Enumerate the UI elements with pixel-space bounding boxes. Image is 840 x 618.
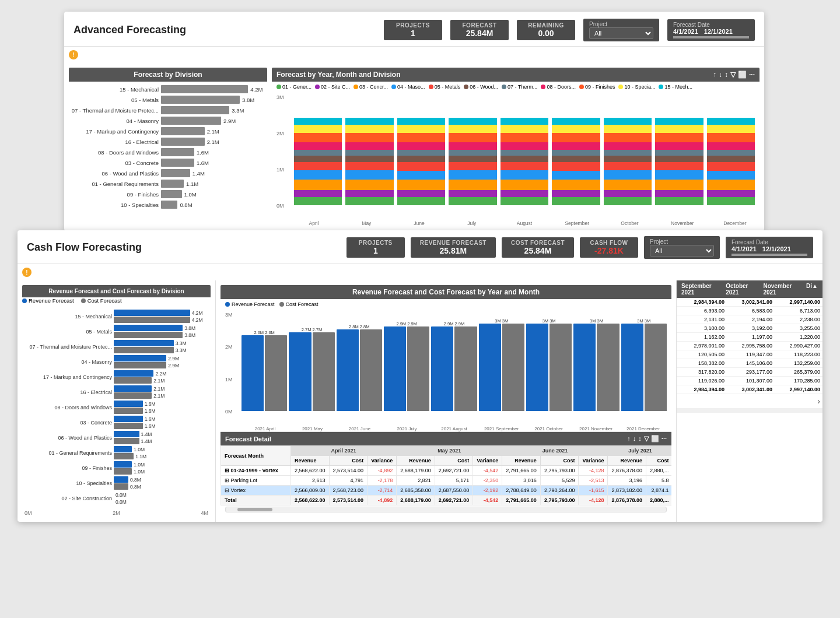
cost-val: 0.0M [116,499,127,505]
export-icon[interactable]: ⬜ [738,71,747,79]
x-label: November [658,220,707,226]
bar-segment [397,133,445,142]
cost-bar-line: 0.8M [114,483,208,490]
bar-segment [707,171,755,180]
projects-value: 1 [411,29,415,38]
detail-sort-asc[interactable]: ↑ [627,435,631,443]
apr-rev-col: Revenue [291,456,330,466]
legend-label: 15 - Mech... [664,84,692,90]
project-select[interactable]: All [589,27,653,39]
apr-header: April 2021 [291,446,397,456]
cf-revenue-metric: Revenue Forecast 25.81M [411,237,496,258]
bar-group [501,118,548,205]
sort-asc-icon[interactable]: ↑ [713,71,716,79]
monthly-bar-top-label: 2.8M 2.8M [349,324,369,329]
bar-segment [397,150,445,156]
right-panel-cell: 1,197.00 [727,334,772,340]
rev-bar-line: 3.3M [114,340,208,346]
sort-desc-icon[interactable]: ↓ [719,71,722,79]
bar-segment [449,118,496,125]
more-icon[interactable]: ··· [749,71,755,79]
sort-az-icon[interactable]: ↕ [724,71,728,79]
cost-bar-line: 3.8M [114,332,208,338]
bar-segment [501,197,548,205]
date-slider[interactable] [673,36,749,38]
bar-segment [707,156,755,162]
bar-segment [604,156,652,162]
cf-project-select[interactable]: All [650,245,714,257]
rev-bars-wrap: 0.8M 0.8M [114,476,208,490]
monthly-legend-cost-label: Cost Forecast [286,301,318,307]
remaining-value: 0.00 [538,29,554,38]
right-panel-cell: 170,285.00 [775,378,820,384]
bar-segment [707,190,755,197]
detail-more[interactable]: ··· [662,435,667,443]
bar-segment [501,133,548,142]
division-bar-row: 16 - Electrical 2.1M [71,138,265,146]
detail-sort-desc[interactable]: ↓ [633,435,636,443]
chart-icons[interactable]: ↑ ↓ ↕ ▽ ⬜ ··· [713,71,755,79]
division-bar [161,85,248,93]
bar-segment [294,142,342,150]
project-filter[interactable]: Project All [583,19,659,41]
monthly-bar-pair [242,335,287,411]
division-bar [161,190,182,198]
rev-bar-line: 1.6M [114,416,208,422]
division-bar [161,127,205,135]
monthly-bar-group: 2.7M 2.7M [289,327,334,411]
table-row: ⊟ Vortex 2,566,009.00 2,568,723.00 -2,71… [221,486,672,496]
rev-name: 15 - Mechanical [24,314,112,319]
rev-val: 2.9M [168,356,179,361]
division-val: 2.9M [223,118,236,124]
monthly-bar-top-label: 2.9M 2.9M [396,321,416,326]
cost-val: 1.6M [145,408,156,414]
right-nav[interactable]: › [677,394,822,408]
detail-export[interactable]: ⬜ [651,435,659,443]
rev-bar-blue [114,446,132,452]
legend-label: 02 - Site C... [321,84,350,90]
division-bar-row: 09 - Finishes 1.0M [71,190,265,198]
rev-bar-blue [114,431,139,437]
stacked-bar [449,118,496,205]
row-name: ⊟ Vortex [221,486,291,496]
detail-filter[interactable]: ▽ [644,435,649,443]
stacked-bar [604,118,652,205]
right-panel-header: September 2021 October 2021 November 202… [677,280,822,298]
cost-bar-line: 1.1M [114,453,208,459]
detail-sort-az[interactable]: ↕ [638,435,642,443]
cf-date-end: 12/1/2021 [762,245,791,252]
detail-table-wrap: Forecast Month April 2021 May 2021 June … [220,445,671,505]
division-bar-row: 04 - Masonry 2.9M [71,117,265,125]
jul-rev: 2,876,378.00 [608,466,646,476]
division-bar-wrap: 1.4M [161,169,265,177]
cf-project-filter[interactable]: Project All [644,236,720,259]
bar-segment [397,118,445,125]
cf-date-range: Forecast Date 4/1/2021 12/1/2021 [726,237,813,258]
cost-bar-line: 0.0M [114,498,208,505]
monthly-bar-pair [431,326,477,411]
detail-icons[interactable]: ↑ ↓ ↕ ▽ ⬜ ··· [627,435,667,443]
monthly-bar-group: 2.9M 2.9M [384,321,429,411]
cf-date-slider[interactable] [732,254,807,256]
division-val: 1.4M [192,170,205,177]
legend-item: 03 - Concr... [354,84,388,90]
legend-dot [354,85,358,89]
rev-bar-line: 0.0M [114,491,208,498]
right-panel-row: 317,820.00293,177.00265,379.00 [677,368,822,377]
jun-rev: 2,791,665.00 [502,496,541,505]
bar-segment [552,125,600,133]
apr-rev: 2,613 [291,476,330,486]
horizontal-scrollbar[interactable] [225,507,667,512]
rev-row: 10 - Specialties 0.8M 0.8M [24,476,208,490]
filter-icon[interactable]: ▽ [730,71,736,79]
division-bars: 15 - Mechanical 4.2M 05 - Metals 3.8M 07… [69,82,267,215]
apr-cost: 2,573,514.00 [329,466,368,476]
right-scrollbar[interactable] [677,408,822,413]
rev-bars-wrap: 2.9M 2.9M [114,355,208,368]
table-row: Total 2,568,622.00 2,573,514.00 -4,892 2… [221,496,672,505]
bar-segment [345,156,393,162]
bar-segment [655,133,703,142]
jul-cost-col: Cost [646,456,671,466]
right-nav-arrow[interactable]: › [817,396,820,406]
division-val: 1.0M [184,191,197,198]
